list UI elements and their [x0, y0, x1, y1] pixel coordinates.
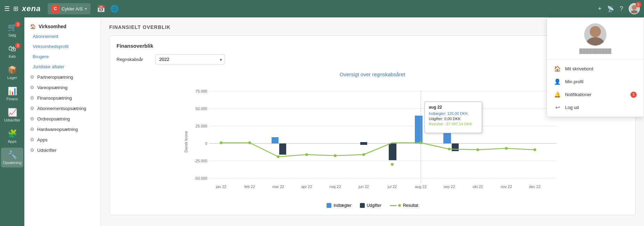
- bar-mar-income: [272, 137, 279, 143]
- udskrifter-label: Udskrifter: [4, 118, 20, 122]
- sidebar-icons: 3 🛒 Salg 3 🛍 Køb 📦 Lager 📊 Finans 📈 Udsk…: [0, 17, 24, 226]
- avatar-badge: 5: [636, 2, 641, 7]
- finans-icon: 📊: [8, 87, 17, 96]
- sidebar-item-udskrifter[interactable]: 📈 Udskrifter: [1, 105, 23, 125]
- nav-label-partneropsaetning: Partneropsætning: [37, 75, 73, 80]
- nav-label-finansopsaetning: Finansopsætning: [37, 95, 72, 101]
- user-avatar-wrap[interactable]: 5: [629, 3, 640, 14]
- tooltip-expense: Udgifter: 0,00 DKK: [429, 117, 461, 121]
- salg-badge: 3: [15, 22, 21, 27]
- notif-count-badge: 5: [630, 92, 637, 98]
- nav-item-hardwareopsaetning[interactable]: ⚙ Hardwareopsætning: [24, 124, 100, 134]
- result-dot-feb: [248, 141, 251, 144]
- legend-label-resultat: Resultat: [403, 203, 418, 208]
- svg-text:0: 0: [205, 141, 207, 146]
- result-dot-okt: [476, 148, 479, 151]
- result-dot-nov: [505, 147, 508, 150]
- result-dot-jan: [220, 141, 223, 144]
- sidebar-nav: 🏠 Virksomhed Abonnement Virksomhedsprofi…: [24, 17, 101, 226]
- nav-label-abonnementsopsaetning: Abonnementsopsætning: [37, 106, 86, 111]
- bar-sep-expense: [452, 143, 459, 151]
- add-icon[interactable]: +: [598, 5, 602, 13]
- legend-label-indtaegter: Indtægter: [333, 203, 351, 208]
- svg-point-2: [590, 26, 601, 37]
- svg-text:okt 22: okt 22: [473, 185, 483, 189]
- hamburger-icon[interactable]: ☰: [4, 5, 10, 13]
- legend-dot-resultat: [398, 204, 401, 207]
- calendar-icon[interactable]: 📅: [97, 5, 105, 13]
- result-dot-apr: [305, 153, 308, 156]
- gear-icon-5: ⚙: [30, 116, 34, 122]
- svg-text:50.000: 50.000: [195, 107, 207, 111]
- xena-logo: xena: [22, 4, 41, 13]
- apps-label: Apps: [8, 139, 16, 143]
- menu-label-min-profil: Min profil: [565, 79, 583, 84]
- gear-icon-3: ⚙: [30, 95, 34, 101]
- year-select-wrap[interactable]: 2022 2021 2020: [155, 54, 225, 64]
- menu-item-notifikationer[interactable]: 🔔 Notifikationer 5: [547, 88, 644, 101]
- nav-item-finansopsaetning[interactable]: ⚙ Finansopsætning: [24, 93, 100, 103]
- sidebar-item-opsaetning[interactable]: 🔧 Opsætning: [1, 148, 23, 167]
- legend-resultat: Resultat: [390, 203, 418, 208]
- feed-icon[interactable]: 📡: [607, 6, 614, 12]
- company-selector[interactable]: C Cykler A/S ▾: [48, 3, 90, 14]
- svg-point-1: [630, 10, 638, 14]
- tooltip-result: Resultat: -37.097,14 DKK: [429, 122, 472, 126]
- nav-item-brugere[interactable]: Brugere: [24, 52, 100, 62]
- tooltip-date: aug 22: [429, 105, 442, 110]
- nav-item-abonnementsopsaetning[interactable]: ⚙ Abonnementsopsætning: [24, 103, 100, 114]
- bell-icon: 🔔: [554, 91, 561, 98]
- lager-label: Lager: [7, 76, 17, 80]
- gear-icon-8: ⚙: [30, 147, 34, 153]
- svg-text:-25.000: -25.000: [194, 159, 207, 163]
- logout-icon: ↩: [554, 104, 561, 111]
- gear-icon-1: ⚙: [30, 74, 34, 80]
- nav-label-udskrifter: Udskrifter: [37, 148, 57, 153]
- result-dot-dec: [533, 148, 536, 151]
- legend-box-indtaegter: [327, 203, 331, 208]
- result-dot-jul: [391, 163, 394, 166]
- menu-item-log-ud[interactable]: ↩ Log ud: [547, 101, 644, 114]
- menu-label-mit-skrivebord: Mit skrivebord: [565, 66, 593, 71]
- year-select[interactable]: 2022 2021 2020: [155, 54, 225, 64]
- svg-text:feb 22: feb 22: [244, 185, 255, 189]
- bar-mar-expense: [279, 143, 286, 155]
- sidebar-item-finans[interactable]: 📊 Finans: [1, 84, 23, 104]
- help-icon[interactable]: ?: [620, 5, 623, 13]
- nav-label-hardwareopsaetning: Hardwareopsætning: [37, 127, 78, 132]
- lager-icon: 📦: [8, 65, 17, 75]
- grid-icon[interactable]: ⊞: [13, 5, 18, 13]
- user-dropdown-header: ██████████: [547, 23, 644, 60]
- opsaetning-label: Opsætning: [3, 161, 22, 165]
- sidebar-item-salg[interactable]: 3 🛒 Salg: [1, 20, 23, 40]
- udskrifter-icon: 📈: [8, 108, 17, 117]
- sidebar-item-apps[interactable]: 🧩 Apps: [1, 126, 23, 146]
- globe-icon[interactable]: 🌐: [110, 5, 119, 13]
- nav-item-ordreopsaetning[interactable]: ⚙ Ordreopsætning: [24, 114, 100, 124]
- svg-text:mar 22: mar 22: [272, 185, 284, 189]
- gear-icon-7: ⚙: [30, 137, 34, 142]
- home-icon: 🏠: [554, 65, 561, 72]
- home-nav-icon: 🏠: [30, 24, 36, 29]
- nav-item-udskrifter[interactable]: ⚙ Udskrifter: [24, 145, 100, 155]
- salg-label: Salg: [8, 33, 16, 37]
- nav-item-vareopsaetning[interactable]: ⚙ Vareopsætning: [24, 82, 100, 93]
- svg-text:aug 22: aug 22: [415, 185, 427, 189]
- menu-item-min-profil[interactable]: 👤 Min profil: [547, 75, 644, 88]
- result-dot-mar: [277, 155, 280, 158]
- nav-label-apps: Apps: [37, 137, 48, 142]
- svg-text:sep 22: sep 22: [443, 185, 455, 189]
- nav-item-partneropsaetning[interactable]: ⚙ Partneropsætning: [24, 72, 100, 82]
- nav-item-abonnement[interactable]: Abonnement: [24, 31, 100, 41]
- menu-item-mit-skrivebord[interactable]: 🏠 Mit skrivebord: [547, 62, 644, 75]
- form-label-regnskabsaar: Regnskabsår: [116, 57, 151, 62]
- nav-section-header: 🏠 Virksomhed: [24, 20, 100, 31]
- chart-legend: Indtægter Udgifter Resultat: [116, 203, 628, 208]
- legend-line-resultat: [390, 205, 397, 206]
- legend-indtaegter: Indtægter: [327, 203, 351, 208]
- nav-item-virksomhedsprofil[interactable]: Virksomhedsprofil: [24, 41, 100, 52]
- sidebar-item-lager[interactable]: 📦 Lager: [1, 63, 23, 83]
- nav-item-apps[interactable]: ⚙ Apps: [24, 134, 100, 145]
- sidebar-item-kob[interactable]: 3 🛍 Køb: [1, 41, 23, 61]
- nav-item-juridiske[interactable]: Juridiske aftaler: [24, 62, 100, 72]
